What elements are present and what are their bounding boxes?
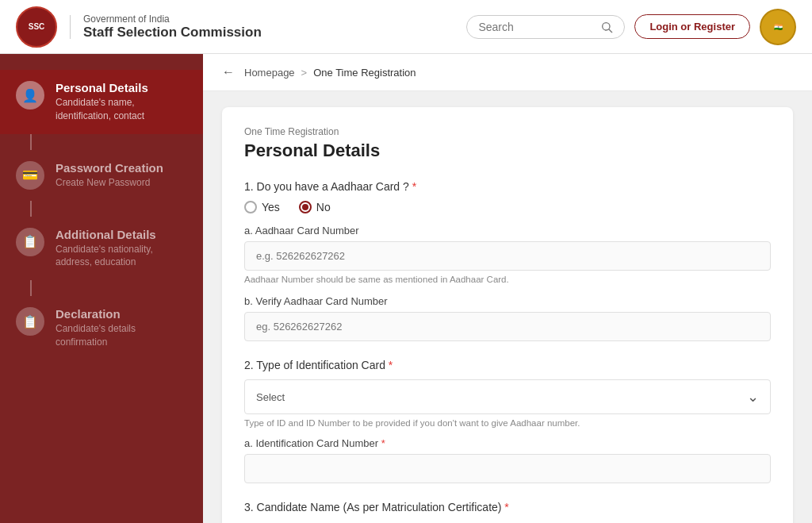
sidebar-item-additional-details-title: Additional Details [56,228,187,241]
id-card-number-label: a. Identification Card Number * [244,437,771,449]
aadhaar-radio-group: Yes No [244,201,771,213]
sidebar-item-password-creation[interactable]: 💳 Password Creation Create New Password [0,150,203,201]
sidebar-item-declaration-text: Declaration Candidate's details confirma… [56,307,187,349]
form-section-label: One Time Registration [244,126,771,137]
breadcrumb-separator: > [301,67,308,79]
logo-title: Government of India [83,13,262,25]
logo-subtitle: Staff Selection Commission [83,25,262,40]
sidebar-connector-2 [30,201,32,217]
aadhaar-number-input[interactable] [244,241,771,271]
question-1-label: 1. Do you have a Aadhaar Card ? * [244,180,771,193]
question-3-label: 3. Candidate Name (As per Matriculation … [244,501,771,513]
header-divider [70,15,71,39]
sidebar-item-personal-details-text: Personal Details Candidate's name, ident… [56,81,187,123]
sidebar-connector-1 [30,134,32,150]
required-star-q2: * [389,359,393,371]
sidebar-item-personal-details-subtitle: Candidate's name, identification, contac… [56,96,187,123]
sidebar-item-declaration-title: Declaration [56,307,187,321]
search-icon [600,21,613,33]
logo-text-block: Government of India Staff Selection Comm… [83,13,262,40]
form-title: Personal Details [244,140,771,161]
sidebar-item-declaration-subtitle: Candidate's details confirmation [56,322,187,349]
sidebar-item-additional-details[interactable]: 📋 Additional Details Candidate's nationa… [0,217,203,281]
sidebar-item-personal-details-title: Personal Details [56,81,187,94]
sidebar-item-personal-details-icon: 👤 [16,81,44,110]
verify-aadhaar-field: b. Verify Aadhaar Card Number [244,295,771,341]
sidebar-item-additional-details-text: Additional Details Candidate's nationali… [56,228,187,270]
emblem-icon: 🇮🇳 [760,9,796,45]
chevron-down-icon: ⌄ [747,388,759,406]
id-type-select-placeholder: Select [256,391,285,403]
radio-yes-circle [244,201,257,213]
sidebar-item-password-creation-subtitle: Create New Password [56,176,163,190]
main-layout: 👤 Personal Details Candidate's name, ide… [0,54,812,523]
search-box[interactable] [466,15,625,39]
breadcrumb: ← Homepage > One Time Registration [203,54,812,91]
question-3-block: 3. Candidate Name (As per Matriculation … [244,501,771,513]
radio-no-circle [299,201,312,213]
header: SSC Government of India Staff Selection … [0,0,812,54]
login-register-button[interactable]: Login or Register [634,14,750,39]
sidebar-item-additional-details-subtitle: Candidate's nationality, address, educat… [56,243,187,270]
id-card-number-input[interactable] [244,454,771,483]
sidebar-item-password-creation-icon: 💳 [16,161,44,190]
aadhaar-number-hint: Aadhaar Number should be same as mention… [244,275,771,284]
radio-yes[interactable]: Yes [244,201,280,213]
svg-line-1 [609,29,612,33]
sidebar: 👤 Personal Details Candidate's name, ide… [0,54,203,523]
aadhaar-number-label: a. Aadhaar Card Number [244,225,771,237]
right-panel: ← Homepage > One Time Registration One T… [203,54,812,523]
sidebar-item-declaration-icon: 📋 [16,307,44,336]
verify-aadhaar-label: b. Verify Aadhaar Card Number [244,295,771,307]
breadcrumb-homepage-link[interactable]: Homepage [244,67,295,79]
question-1-block: 1. Do you have a Aadhaar Card ? * Yes [244,180,771,341]
content-area: One Time Registration Personal Details 1… [203,91,812,523]
header-left: SSC Government of India Staff Selection … [16,6,262,48]
id-type-select[interactable]: Select ⌄ [244,379,771,414]
required-star-q1: * [412,180,416,193]
id-type-hint: Type of ID and ID Number to be provided … [244,418,771,428]
required-star-q3: * [504,501,508,513]
form-card: One Time Registration Personal Details 1… [222,107,793,523]
sidebar-item-additional-details-icon: 📋 [16,228,44,256]
sidebar-item-password-creation-text: Password Creation Create New Password [56,161,163,190]
sidebar-item-password-creation-title: Password Creation [56,161,163,175]
radio-no-label: No [316,201,331,213]
question-2-label: 2. Type of Identification Card * [244,359,771,371]
sidebar-item-personal-details[interactable]: 👤 Personal Details Candidate's name, ide… [0,70,203,134]
search-input[interactable] [478,21,594,33]
radio-no-inner [302,204,308,210]
sidebar-connector-3 [30,280,32,296]
header-center: Login or Register 🇮🇳 [466,9,796,45]
ssc-logo: SSC [16,6,57,48]
question-2-block: 2. Type of Identification Card * Select … [244,359,771,483]
verify-aadhaar-input[interactable] [244,312,771,341]
breadcrumb-current: One Time Registration [313,67,416,79]
required-star-q2a: * [381,437,385,449]
radio-yes-label: Yes [262,201,280,213]
sidebar-item-declaration[interactable]: 📋 Declaration Candidate's details confir… [0,296,203,360]
radio-no[interactable]: No [299,201,331,213]
id-card-number-field: a. Identification Card Number * [244,437,771,483]
breadcrumb-back-button[interactable]: ← [222,65,235,79]
aadhaar-number-field: a. Aadhaar Card Number Aadhaar Number sh… [244,225,771,284]
